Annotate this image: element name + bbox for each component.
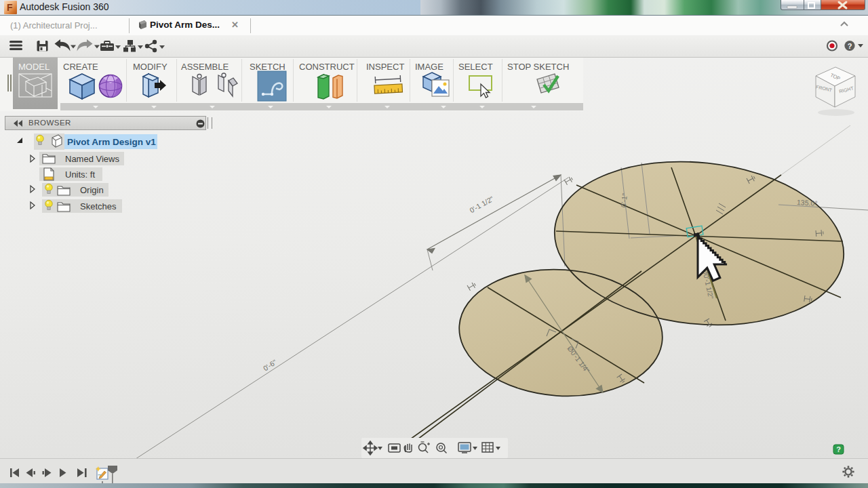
svg-text:Units: ft: Units: ft bbox=[65, 169, 95, 180]
svg-text:Origin: Origin bbox=[80, 185, 104, 195]
svg-text:Pivot Arm Design v1: Pivot Arm Design v1 bbox=[67, 137, 156, 147]
svg-text:Named Views: Named Views bbox=[65, 154, 119, 164]
svg-text:135.0°: 135.0° bbox=[797, 198, 818, 207]
svg-text:Sketches: Sketches bbox=[80, 201, 117, 211]
svg-text:0'-1 1/2": 0'-1 1/2" bbox=[468, 195, 495, 214]
svg-text:0'-6": 0'-6" bbox=[262, 358, 278, 373]
svg-text:?: ? bbox=[836, 445, 841, 453]
svg-text:?: ? bbox=[848, 42, 852, 50]
svg-text:0'-1": 0'-1" bbox=[619, 192, 629, 207]
